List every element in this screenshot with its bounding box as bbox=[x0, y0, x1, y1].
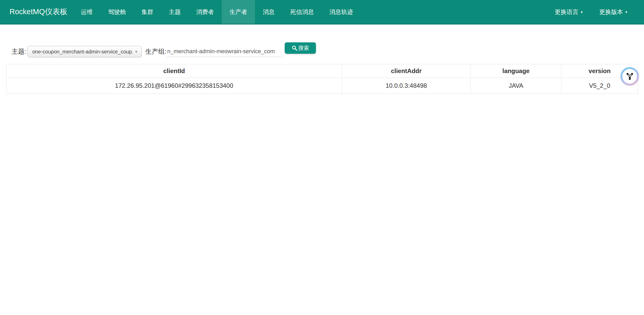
nav-right-menu: 更换语言 ▾ 更换版本 ▾ bbox=[546, 0, 635, 24]
producer-group-input[interactable] bbox=[167, 46, 283, 57]
change-language-label: 更换语言 bbox=[555, 8, 578, 16]
search-button[interactable]: 搜索 bbox=[285, 42, 316, 54]
cell-language: JAVA bbox=[471, 78, 561, 94]
caret-down-icon: ▾ bbox=[581, 10, 583, 14]
column-header-clientaddr: clientAddr bbox=[342, 64, 471, 78]
nav-menu: 运维 驾驶舱 集群 主题 消费者 生产者 消息 死信消息 消息轨迹 bbox=[73, 0, 361, 24]
nav-item-dlq-message[interactable]: 死信消息 bbox=[282, 0, 322, 24]
nav-item-message[interactable]: 消息 bbox=[255, 0, 282, 24]
filter-bar: 主题: one-coupon_merchant-admin-service_co… bbox=[0, 25, 644, 64]
nav-item-ops[interactable]: 运维 bbox=[73, 0, 100, 24]
change-language-dropdown[interactable]: 更换语言 ▾ bbox=[546, 0, 591, 24]
column-header-clientid: clientId bbox=[6, 64, 342, 78]
nav-item-producer[interactable]: 生产者 bbox=[222, 0, 255, 24]
nav-item-cockpit[interactable]: 驾驶舱 bbox=[100, 0, 134, 24]
extension-badge-button[interactable] bbox=[621, 67, 639, 85]
navbar: RocketMQ仪表板 运维 驾驶舱 集群 主题 消费者 生产者 消息 死信消息… bbox=[0, 0, 644, 25]
brand-title[interactable]: RocketMQ仪表板 bbox=[10, 0, 67, 24]
search-icon bbox=[292, 45, 298, 51]
search-button-label: 搜索 bbox=[298, 44, 309, 52]
producer-group-label: 生产组: bbox=[145, 47, 166, 56]
change-version-label: 更换版本 bbox=[599, 8, 623, 16]
caret-down-icon: ▾ bbox=[625, 10, 627, 14]
nav-item-topic[interactable]: 主题 bbox=[161, 0, 188, 24]
table-row: 172.26.95.201@61960#299632358153400 10.0… bbox=[6, 78, 638, 94]
topic-label: 主题: bbox=[12, 47, 26, 56]
table-header-row: clientId clientAddr language version bbox=[6, 64, 638, 78]
nav-item-message-trace[interactable]: 消息轨迹 bbox=[322, 0, 361, 24]
caret-down-icon: ▼ bbox=[134, 50, 138, 54]
topic-select[interactable]: one-coupon_merchant-admin-service_coup..… bbox=[27, 46, 142, 57]
cell-clientid: 172.26.95.201@61960#299632358153400 bbox=[6, 78, 342, 94]
topic-select-value: one-coupon_merchant-admin-service_coup..… bbox=[32, 49, 133, 55]
cell-clientaddr: 10.0.0.3:48498 bbox=[342, 78, 471, 94]
nav-item-consumer[interactable]: 消费者 bbox=[188, 0, 222, 24]
producer-client-table: clientId clientAddr language version 172… bbox=[6, 64, 638, 94]
extension-badge-icon bbox=[622, 69, 637, 84]
change-version-dropdown[interactable]: 更换版本 ▾ bbox=[591, 0, 635, 24]
nav-item-cluster[interactable]: 集群 bbox=[134, 0, 161, 24]
column-header-language: language bbox=[471, 64, 561, 78]
